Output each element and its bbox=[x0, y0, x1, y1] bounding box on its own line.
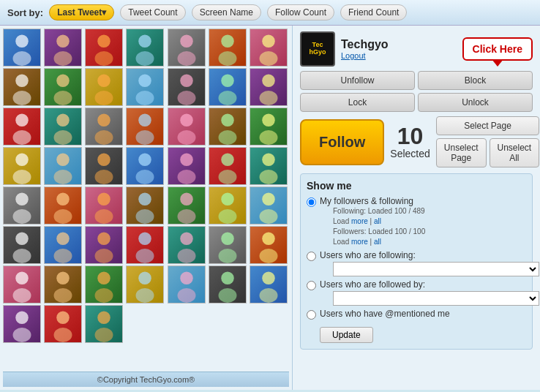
svg-point-34 bbox=[139, 114, 152, 127]
following-more-link[interactable]: more bbox=[351, 217, 368, 225]
avatar-cell[interactable] bbox=[3, 68, 41, 106]
svg-point-10 bbox=[221, 35, 234, 48]
following-dropdown[interactable] bbox=[333, 262, 539, 276]
avatar-cell[interactable] bbox=[44, 29, 82, 67]
logout-link[interactable]: Logout bbox=[341, 51, 457, 60]
avatar-cell[interactable] bbox=[126, 147, 164, 185]
avatar-cell[interactable] bbox=[85, 265, 123, 304]
avatar-cell[interactable] bbox=[85, 68, 123, 106]
avatar-cell[interactable] bbox=[85, 108, 123, 146]
avatar-cell[interactable] bbox=[126, 68, 164, 106]
svg-point-40 bbox=[262, 114, 275, 127]
svg-point-85 bbox=[13, 288, 31, 303]
svg-point-61 bbox=[95, 209, 113, 224]
avatar-cell[interactable] bbox=[85, 186, 123, 225]
avatar-cell[interactable] bbox=[85, 305, 123, 343]
avatar-cell[interactable] bbox=[44, 305, 82, 343]
avatar-cell[interactable] bbox=[250, 186, 288, 225]
avatar-cell[interactable] bbox=[44, 147, 82, 185]
avatar-cell[interactable] bbox=[85, 226, 123, 264]
select-page-button[interactable]: Select Page bbox=[436, 116, 539, 135]
avatar-cell[interactable] bbox=[250, 226, 288, 264]
avatar-cell[interactable] bbox=[250, 147, 288, 185]
avatar-cell[interactable] bbox=[209, 108, 247, 146]
avatar-cell[interactable] bbox=[44, 68, 82, 106]
avatar-cell[interactable] bbox=[3, 186, 41, 225]
avatar-cell[interactable] bbox=[85, 29, 123, 67]
sort-follow-count[interactable]: Follow Count bbox=[267, 4, 334, 20]
avatar-cell[interactable] bbox=[168, 68, 206, 106]
avatar-cell[interactable] bbox=[250, 265, 288, 304]
avatar-cell[interactable] bbox=[250, 68, 288, 106]
avatar-cell[interactable] bbox=[85, 147, 123, 185]
avatar-cell[interactable] bbox=[168, 108, 206, 146]
avatar-cell[interactable] bbox=[209, 186, 247, 225]
avatar-cell[interactable] bbox=[126, 29, 164, 67]
radio-mentioned[interactable] bbox=[307, 310, 316, 320]
avatar-cell[interactable] bbox=[168, 29, 206, 67]
avatar-cell[interactable] bbox=[126, 226, 164, 264]
avatar-cell[interactable] bbox=[209, 68, 247, 106]
followers-all-link[interactable]: all bbox=[374, 238, 381, 246]
svg-point-102 bbox=[98, 312, 111, 325]
avatar-cell[interactable] bbox=[250, 108, 288, 146]
svg-point-4 bbox=[98, 35, 111, 48]
avatar-cell[interactable] bbox=[250, 29, 288, 67]
svg-point-22 bbox=[180, 75, 193, 88]
avatar-grid bbox=[3, 29, 289, 343]
avatar-cell[interactable] bbox=[209, 265, 247, 304]
svg-point-73 bbox=[54, 249, 72, 263]
radio-followed-by[interactable] bbox=[307, 281, 316, 290]
avatar-cell[interactable] bbox=[3, 305, 41, 343]
avatar-cell[interactable] bbox=[168, 147, 206, 185]
avatar-cell[interactable] bbox=[209, 29, 247, 67]
svg-point-72 bbox=[56, 233, 70, 246]
block-button[interactable]: Block bbox=[418, 71, 533, 90]
update-button[interactable]: Update bbox=[320, 327, 373, 343]
sort-tweet-count[interactable]: Tweet Count bbox=[120, 4, 185, 20]
radio-following[interactable] bbox=[307, 252, 316, 261]
sort-last-tweet[interactable]: Last Tweet▾ bbox=[49, 4, 114, 20]
svg-point-99 bbox=[13, 328, 31, 342]
followers-more-link[interactable]: more bbox=[351, 238, 368, 246]
avatar-cell[interactable] bbox=[126, 108, 164, 146]
avatar-cell[interactable] bbox=[209, 147, 247, 185]
click-here-tooltip[interactable]: Click Here bbox=[462, 37, 533, 61]
avatar-cell[interactable] bbox=[3, 29, 41, 67]
avatar-cell[interactable] bbox=[209, 226, 247, 264]
svg-point-9 bbox=[177, 51, 195, 66]
sort-friend-count[interactable]: Friend Count bbox=[340, 4, 407, 20]
unlock-button[interactable]: Unlock bbox=[418, 93, 533, 112]
svg-point-52 bbox=[221, 154, 234, 167]
lock-button[interactable]: Lock bbox=[300, 93, 415, 112]
svg-point-50 bbox=[180, 154, 193, 167]
avatar-cell[interactable] bbox=[3, 265, 41, 304]
following-all-link[interactable]: all bbox=[374, 217, 381, 225]
unfollow-button[interactable]: Unfollow bbox=[300, 71, 415, 90]
svg-point-15 bbox=[13, 91, 31, 105]
svg-point-27 bbox=[259, 91, 277, 105]
avatar-cell[interactable] bbox=[168, 186, 206, 225]
svg-point-65 bbox=[177, 209, 195, 224]
avatar-cell[interactable] bbox=[3, 147, 41, 185]
avatar-cell[interactable] bbox=[126, 186, 164, 225]
unselect-all-button[interactable]: Unselect All bbox=[490, 138, 540, 167]
radio-followers[interactable] bbox=[307, 197, 316, 207]
avatar-cell[interactable] bbox=[168, 226, 206, 264]
avatar-cell[interactable] bbox=[3, 226, 41, 264]
svg-point-13 bbox=[259, 51, 277, 66]
svg-point-60 bbox=[98, 193, 111, 206]
avatar-cell[interactable] bbox=[44, 226, 82, 264]
avatar-cell[interactable] bbox=[44, 265, 82, 304]
follow-button[interactable]: Follow bbox=[300, 119, 384, 165]
avatar-cell[interactable] bbox=[44, 186, 82, 225]
svg-point-57 bbox=[13, 209, 31, 224]
avatar-cell[interactable] bbox=[3, 108, 41, 146]
unselect-page-button[interactable]: Unselect Page bbox=[436, 138, 487, 167]
avatar-cell[interactable] bbox=[168, 265, 206, 304]
sort-screen-name[interactable]: Screen Name bbox=[192, 4, 261, 20]
avatar-cell[interactable] bbox=[44, 108, 82, 146]
avatar-cell[interactable] bbox=[126, 265, 164, 304]
followed-by-dropdown[interactable] bbox=[333, 291, 539, 306]
svg-point-35 bbox=[136, 130, 154, 145]
